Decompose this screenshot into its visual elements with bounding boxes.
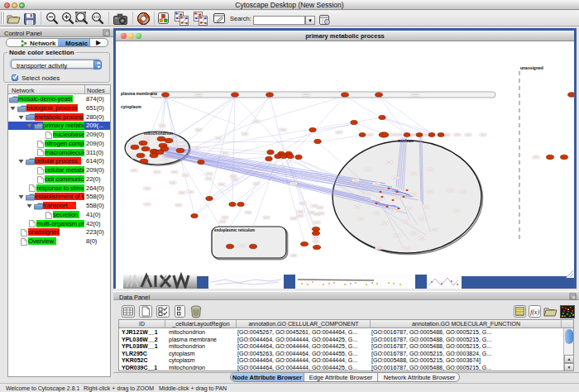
svg-text:unassigned: unassigned — [520, 65, 543, 70]
svg-text:f(x): f(x) — [530, 308, 539, 316]
svg-text:mitochondrion: mitochondrion — [144, 131, 173, 136]
svg-text:endoplasmic reticulum: endoplasmic reticulum — [214, 228, 255, 232]
svg-text:nucleus: nucleus — [398, 138, 414, 143]
svg-text:cytoplasm: cytoplasm — [121, 104, 141, 109]
svg-text:plasma membrane: plasma membrane — [121, 91, 157, 96]
